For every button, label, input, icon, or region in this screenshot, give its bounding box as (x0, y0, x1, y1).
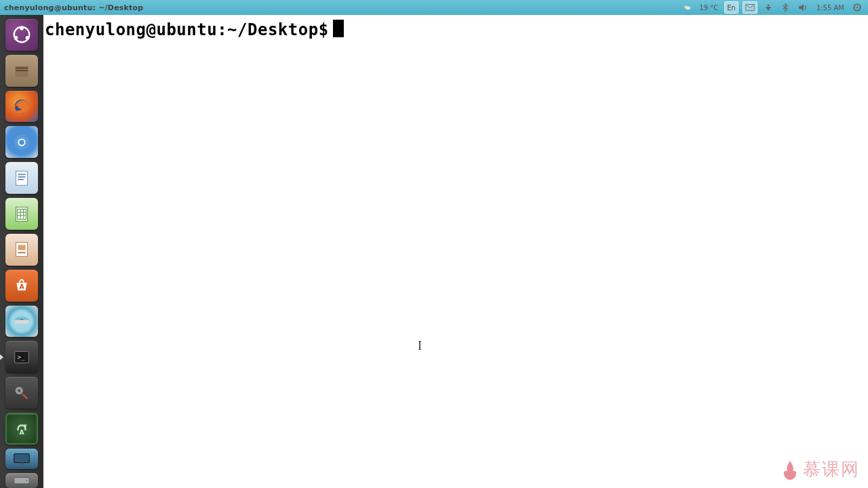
launcher-mounted-drive[interactable] (5, 473, 38, 488)
launcher-terminal[interactable]: >_ (5, 341, 38, 373)
launcher-libreoffice-calc[interactable] (5, 198, 38, 230)
weather-icon[interactable] (681, 1, 693, 14)
svg-text:>_: >_ (17, 353, 25, 361)
svg-rect-16 (16, 171, 28, 185)
top-panel: chenyulong@ubuntu: ~/Desktop 19 °C En 1:… (0, 0, 868, 15)
terminal-cursor (333, 20, 344, 37)
svg-point-7 (14, 36, 18, 40)
svg-rect-19 (18, 179, 23, 180)
power-icon[interactable] (850, 1, 864, 14)
flame-icon (781, 460, 799, 480)
svg-rect-27 (18, 245, 25, 251)
svg-rect-9 (16, 67, 28, 70)
svg-rect-38 (14, 454, 30, 463)
svg-point-4 (856, 7, 859, 9)
svg-point-6 (20, 26, 24, 30)
network-icon[interactable] (762, 1, 775, 14)
svg-point-1 (686, 7, 691, 10)
launcher-libreoffice-writer[interactable] (5, 162, 38, 194)
launcher-libreoffice-impress[interactable] (5, 234, 38, 266)
svg-rect-39 (20, 463, 24, 465)
svg-rect-11 (16, 70, 28, 71)
window-title: chenyulong@ubuntu: ~/Desktop (4, 3, 143, 12)
text-cursor-icon: I (418, 339, 422, 353)
svg-rect-18 (18, 176, 25, 178)
clock[interactable]: 1:55 AM (814, 1, 846, 14)
svg-point-8 (26, 36, 30, 40)
svg-point-36 (18, 389, 20, 392)
launcher-software-center[interactable]: A (5, 270, 38, 302)
svg-rect-32 (15, 320, 29, 324)
svg-rect-28 (18, 252, 25, 253)
bluetooth-icon[interactable] (779, 1, 791, 14)
launcher-system-settings[interactable] (5, 377, 38, 409)
unity-launcher: A >_ A (0, 15, 43, 488)
launcher-workspace-switcher[interactable] (5, 449, 38, 469)
input-method-indicator[interactable]: En (724, 1, 738, 14)
terminal-prompt: chenyulong@ubuntu:~/Desktop$ (45, 20, 329, 39)
launcher-dash-home[interactable] (5, 19, 38, 51)
sound-icon[interactable] (795, 1, 810, 14)
svg-rect-10 (16, 70, 28, 77)
weather-temp[interactable]: 19 °C (697, 1, 720, 14)
terminal-prompt-line: chenyulong@ubuntu:~/Desktop$ (45, 18, 867, 39)
svg-point-41 (26, 480, 28, 482)
watermark: 慕课网 (781, 458, 860, 481)
mail-icon[interactable] (743, 1, 757, 14)
svg-point-15 (19, 140, 24, 145)
watermark-text: 慕课网 (803, 458, 860, 481)
launcher-chromium[interactable] (5, 126, 38, 158)
svg-text:A: A (19, 283, 24, 290)
launcher-software-updater[interactable]: A (5, 413, 38, 445)
launcher-files[interactable] (5, 55, 38, 87)
system-tray: 19 °C En 1:55 AM (681, 1, 864, 14)
launcher-disc-app[interactable] (5, 306, 38, 338)
svg-rect-17 (18, 174, 25, 175)
terminal-window[interactable]: chenyulong@ubuntu:~/Desktop$ I (43, 15, 868, 488)
svg-text:A: A (19, 428, 24, 435)
launcher-firefox[interactable] (5, 91, 38, 123)
